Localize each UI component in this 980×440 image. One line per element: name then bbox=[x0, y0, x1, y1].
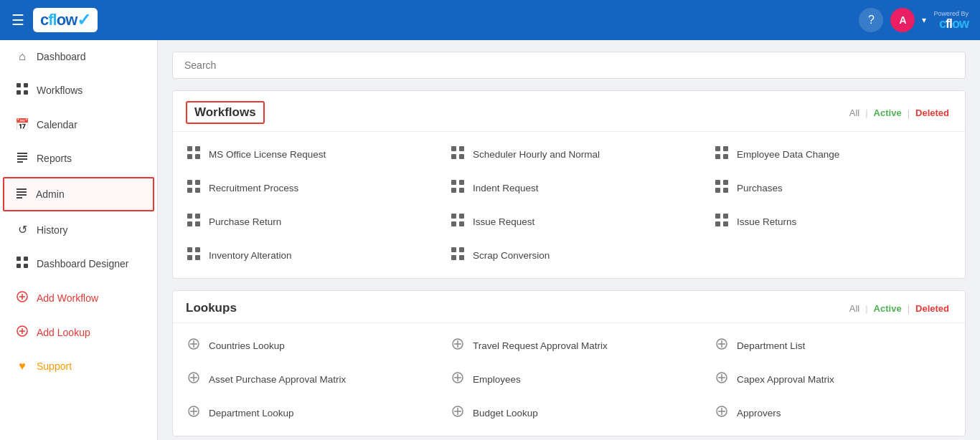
workflow-item[interactable]: Issue Request bbox=[437, 205, 701, 239]
workflow-item[interactable]: Employee Data Change bbox=[701, 138, 965, 171]
svg-rect-9 bbox=[17, 191, 27, 193]
svg-rect-50 bbox=[451, 214, 456, 219]
workflow-grid-icon bbox=[714, 214, 730, 230]
lookup-item[interactable]: Department Lookup bbox=[173, 396, 437, 430]
lookups-section: Lookups All | Active | Deleted Countries… bbox=[172, 290, 966, 436]
workflow-item[interactable]: Recruitment Process bbox=[173, 171, 437, 205]
workflows-filter-deleted[interactable]: Deleted bbox=[913, 107, 952, 118]
admin-icon bbox=[14, 187, 29, 201]
dashboard-designer-icon bbox=[15, 257, 29, 271]
calendar-icon: 📅 bbox=[15, 118, 29, 131]
svg-rect-48 bbox=[187, 221, 192, 226]
svg-rect-44 bbox=[715, 188, 720, 193]
workflow-grid-icon bbox=[714, 180, 730, 196]
svg-rect-22 bbox=[187, 146, 192, 151]
lookups-filter-active[interactable]: Active bbox=[871, 303, 905, 314]
content-area: Workflows All | Active | Deleted MS Offi… bbox=[158, 40, 980, 440]
svg-rect-26 bbox=[451, 146, 456, 151]
workflow-item[interactable]: Scheduler Hourly and Normal bbox=[437, 138, 701, 171]
workflow-item[interactable]: Inventory Alteration bbox=[173, 239, 437, 272]
svg-rect-47 bbox=[195, 214, 200, 219]
sidebar-label-calendar: Calendar bbox=[37, 119, 77, 130]
add-lookup-icon bbox=[15, 325, 29, 340]
workflow-item-empty bbox=[701, 239, 965, 272]
workflow-grid-icon bbox=[186, 146, 202, 163]
sidebar-label-add-workflow: Add Workflow bbox=[37, 292, 98, 304]
workflow-item-label: Inventory Alteration bbox=[209, 250, 292, 261]
lookups-section-header: Lookups All | Active | Deleted bbox=[173, 291, 965, 323]
lookups-filter-deleted[interactable]: Deleted bbox=[913, 303, 952, 314]
workflows-filter-all[interactable]: All bbox=[847, 107, 862, 118]
workflow-grid-icon bbox=[186, 247, 202, 264]
workflows-grid: MS Office License Request Scheduler Hour… bbox=[173, 132, 965, 278]
lookup-circle-icon bbox=[186, 338, 202, 354]
sidebar-item-reports[interactable]: Reports bbox=[0, 141, 157, 176]
search-input[interactable] bbox=[172, 52, 966, 79]
sidebar-item-add-lookup[interactable]: Add Lookup bbox=[0, 315, 157, 350]
lookup-item[interactable]: Travel Request Approval Matrix bbox=[437, 329, 701, 363]
svg-rect-60 bbox=[187, 255, 192, 260]
svg-rect-6 bbox=[17, 158, 27, 160]
svg-rect-43 bbox=[723, 180, 728, 185]
lookup-item[interactable]: Department List bbox=[701, 329, 965, 363]
svg-rect-65 bbox=[459, 255, 464, 260]
user-dropdown-icon[interactable]: ▾ bbox=[922, 15, 926, 25]
svg-rect-31 bbox=[723, 146, 728, 151]
svg-rect-15 bbox=[24, 264, 28, 268]
lookup-item[interactable]: Capex Approval Matrix bbox=[701, 363, 965, 396]
workflow-item[interactable]: Issue Returns bbox=[701, 205, 965, 239]
sidebar-item-dashboard-designer[interactable]: Dashboard Designer bbox=[0, 247, 157, 281]
workflow-item[interactable]: MS Office License Request bbox=[173, 138, 437, 171]
svg-rect-49 bbox=[195, 221, 200, 226]
logo-text2: ow bbox=[57, 11, 77, 29]
svg-rect-8 bbox=[17, 188, 27, 190]
svg-rect-39 bbox=[459, 180, 464, 185]
sidebar-item-support[interactable]: ♥ Support bbox=[0, 350, 157, 383]
svg-rect-0 bbox=[17, 83, 21, 87]
svg-rect-63 bbox=[459, 247, 464, 252]
workflows-section-title: Workflows bbox=[186, 101, 265, 124]
svg-rect-1 bbox=[24, 83, 28, 87]
svg-rect-34 bbox=[187, 180, 192, 185]
sidebar-item-calendar[interactable]: 📅 Calendar bbox=[0, 107, 157, 141]
lookup-circle-icon bbox=[714, 338, 730, 354]
lookup-circle-icon bbox=[450, 405, 466, 421]
lookups-filter-all[interactable]: All bbox=[847, 303, 862, 314]
workflows-filter-active[interactable]: Active bbox=[871, 107, 905, 118]
workflow-item[interactable]: Purchase Return bbox=[173, 205, 437, 239]
lookup-item[interactable]: Countries Lookup bbox=[173, 329, 437, 363]
help-button[interactable]: ? bbox=[859, 8, 883, 32]
svg-rect-64 bbox=[451, 255, 456, 260]
workflows-icon bbox=[15, 83, 29, 97]
workflow-item[interactable]: Scrap Conversion bbox=[437, 239, 701, 272]
svg-rect-61 bbox=[195, 255, 200, 260]
workflow-item[interactable]: Indent Request bbox=[437, 171, 701, 205]
reports-icon bbox=[15, 151, 29, 166]
sidebar-item-admin[interactable]: Admin bbox=[3, 177, 154, 211]
svg-rect-24 bbox=[187, 154, 192, 159]
lookup-item[interactable]: Asset Purchase Approval Matrix bbox=[173, 363, 437, 396]
sidebar-label-add-lookup: Add Lookup bbox=[37, 327, 90, 338]
svg-rect-59 bbox=[195, 247, 200, 252]
svg-rect-51 bbox=[459, 214, 464, 219]
logo[interactable]: cflow✓ bbox=[33, 8, 98, 32]
workflow-grid-icon bbox=[450, 180, 466, 196]
workflow-item-label: Purchases bbox=[737, 183, 783, 193]
svg-rect-41 bbox=[459, 188, 464, 193]
workflow-item[interactable]: Purchases bbox=[701, 171, 965, 205]
lookup-item[interactable]: Budget Lookup bbox=[437, 396, 701, 430]
sidebar-item-dashboard[interactable]: ⌂ Dashboard bbox=[0, 40, 157, 73]
brand-name: cflow bbox=[939, 17, 969, 30]
sidebar-item-add-workflow[interactable]: Add Workflow bbox=[0, 281, 157, 315]
workflows-section: Workflows All | Active | Deleted MS Offi… bbox=[172, 90, 966, 279]
sidebar-item-workflows[interactable]: Workflows bbox=[0, 73, 157, 107]
svg-rect-4 bbox=[17, 153, 27, 154]
hamburger-menu[interactable]: ☰ bbox=[11, 11, 24, 29]
support-icon: ♥ bbox=[15, 360, 29, 373]
lookup-item[interactable]: Employees bbox=[437, 363, 701, 396]
workflow-item-label: Scrap Conversion bbox=[473, 250, 550, 261]
sidebar-label-support: Support bbox=[37, 360, 72, 372]
sidebar-item-history[interactable]: ↺ History bbox=[0, 213, 157, 247]
user-avatar[interactable]: A bbox=[890, 8, 915, 32]
lookup-item[interactable]: Approvers bbox=[701, 396, 965, 430]
